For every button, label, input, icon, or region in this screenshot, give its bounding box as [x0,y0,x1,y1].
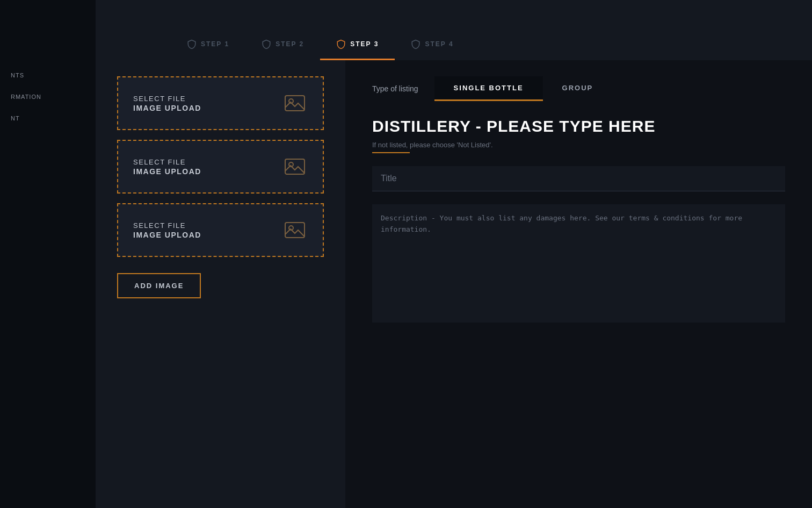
step-3[interactable]: STEP 3 [320,28,395,60]
step-3-label: STEP 3 [350,40,379,48]
shield-icon-step3 [336,39,346,49]
step-2-label: STEP 2 [276,40,304,48]
shield-icon-step1 [187,39,197,49]
left-panel: SELECT FILE IMAGE UPLOAD SELECT FILE IMA… [96,60,345,508]
upload-text-3: SELECT FILE IMAGE UPLOAD [133,221,201,239]
upload-label-1: SELECT FILE [133,95,201,103]
upload-label-3: SELECT FILE [133,221,201,230]
step-4[interactable]: STEP 4 [395,28,469,60]
shield-icon-step2 [262,39,271,49]
sidebar-item-nt[interactable]: NT [0,108,96,129]
upload-box-2[interactable]: SELECT FILE IMAGE UPLOAD [117,140,324,194]
content-area: SELECT FILE IMAGE UPLOAD SELECT FILE IMA… [96,60,812,508]
upload-title-2: IMAGE UPLOAD [133,167,201,176]
listing-type-group[interactable]: GROUP [543,76,613,101]
upload-title-3: IMAGE UPLOAD [133,231,201,239]
distillery-hint: If not listed, please choose 'Not Listed… [372,141,785,149]
upload-box-1[interactable]: SELECT FILE IMAGE UPLOAD [117,76,324,130]
step-1[interactable]: STEP 1 [171,28,245,60]
distillery-underline [372,152,410,153]
listing-type-row: Type of listing SINGLE BOTTLE GROUP [372,76,785,101]
upload-icon-1 [282,90,308,116]
upload-title-1: IMAGE UPLOAD [133,104,201,112]
upload-label-2: SELECT FILE [133,158,201,166]
main-content: STEP 1 STEP 2 STEP 3 STEP 4 SE [96,0,812,508]
add-image-button[interactable]: ADD IMAGE [117,273,201,298]
upload-text-2: SELECT FILE IMAGE UPLOAD [133,158,201,176]
distillery-heading: DISTILLERY - PLEASE TYPE HERE [372,117,785,135]
right-panel: Type of listing SINGLE BOTTLE GROUP DIST… [345,60,812,508]
steps-header: STEP 1 STEP 2 STEP 3 STEP 4 [96,0,812,60]
upload-icon-3 [282,217,308,243]
listing-type-single-bottle[interactable]: SINGLE BOTTLE [434,76,543,101]
upload-icon-2 [282,154,308,180]
step-2[interactable]: STEP 2 [245,28,320,60]
listing-type-label: Type of listing [372,84,418,93]
sidebar-item-rmation[interactable]: RMATION [0,86,96,108]
step-1-label: STEP 1 [201,40,229,48]
upload-box-3[interactable]: SELECT FILE IMAGE UPLOAD [117,203,324,257]
svg-rect-0 [285,96,305,111]
sidebar: NTS RMATION NT [0,0,96,508]
svg-rect-4 [285,223,305,238]
description-textarea[interactable] [372,204,785,323]
upload-text-1: SELECT FILE IMAGE UPLOAD [133,95,201,112]
svg-rect-2 [285,159,305,174]
title-input[interactable] [372,166,785,191]
step-4-label: STEP 4 [425,40,453,48]
sidebar-item-nts[interactable]: NTS [0,65,96,86]
shield-icon-step4 [411,39,421,49]
